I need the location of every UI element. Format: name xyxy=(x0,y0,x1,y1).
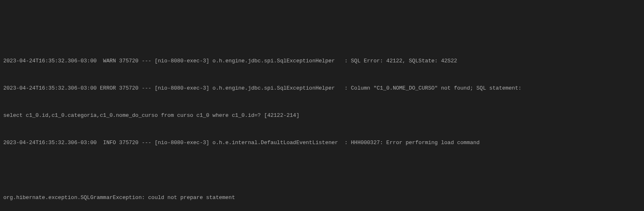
log-line-exception: org.hibernate.exception.SQLGrammarExcept… xyxy=(3,193,641,202)
log-line-info: 2023-04-24T16:35:32.306-03:00 INFO 37572… xyxy=(3,138,641,147)
log-output: 2023-04-24T16:35:32.306-03:00 WARN 37572… xyxy=(3,38,641,211)
log-line-warn: 2023-04-24T16:35:32.306-03:00 WARN 37572… xyxy=(3,57,641,66)
log-line-sql: select c1_0.id,c1_0.categoria,c1_0.nome_… xyxy=(3,111,641,120)
log-line-error: 2023-04-24T16:35:32.306-03:00 ERROR 3757… xyxy=(3,84,641,93)
log-line-blank xyxy=(3,166,641,175)
